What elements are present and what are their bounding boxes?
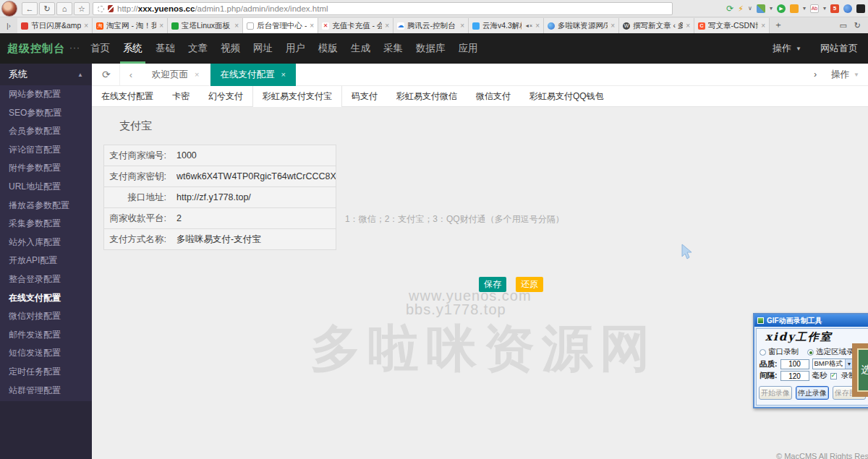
sidebar-item-comment-config[interactable]: 评论留言配置: [0, 141, 92, 160]
merchant-id-input[interactable]: [166, 150, 336, 160]
nav-item-generate[interactable]: 生成: [344, 33, 377, 64]
extension-counter-badge[interactable]: 5: [830, 4, 839, 13]
sidebar-item-site-params[interactable]: 网站参数配置: [0, 85, 92, 104]
nav-item-app[interactable]: 应用: [452, 33, 485, 64]
subtab-online-payment[interactable]: 在线支付配置: [92, 86, 163, 106]
site-home-link[interactable]: 网站首页: [820, 42, 858, 55]
nav-item-video[interactable]: 视频: [214, 33, 247, 64]
browser-tab-tencent-cloud[interactable]: ☁ 腾讯云-控制台 ×: [393, 18, 469, 33]
workspace-tab-online-payment[interactable]: 在线支付配置 ×: [210, 64, 296, 86]
nav-more-icon[interactable]: ···: [69, 33, 80, 64]
workspace-action-dropdown[interactable]: 操作▼: [831, 69, 859, 81]
sidebar-item-oauth-config[interactable]: 整合登录配置: [0, 270, 92, 289]
sidebar-item-wechat-config[interactable]: 微信对接配置: [0, 307, 92, 326]
nav-item-basic[interactable]: 基础: [149, 33, 182, 64]
browser-tab-wordpress[interactable]: W 撰写新文章 ‹ 多啦咪 ×: [619, 18, 694, 33]
tab-close-icon[interactable]: ×: [686, 22, 690, 30]
extension-translate-icon[interactable]: Ab: [810, 4, 819, 13]
sidebar-item-attachment-config[interactable]: 附件参数配置: [0, 159, 92, 178]
home-button[interactable]: ⌂: [56, 2, 72, 15]
sidebar-item-url-config[interactable]: URL地址配置: [0, 178, 92, 197]
sidebar-item-sitegroup-config[interactable]: 站群管理配置: [0, 382, 92, 400]
quality-input[interactable]: [780, 359, 809, 369]
payment-platform-input[interactable]: [166, 213, 336, 223]
sync-icon[interactable]: ⟳: [726, 2, 733, 15]
nav-item-user[interactable]: 用户: [279, 33, 312, 64]
tab-close-icon[interactable]: ×: [460, 22, 464, 30]
bookmark-button[interactable]: ☆: [74, 2, 90, 15]
chevron-left-icon[interactable]: ‹: [120, 69, 142, 80]
insecure-lock-icon[interactable]: [108, 5, 114, 12]
start-record-button[interactable]: 开始录像: [759, 386, 792, 400]
extension-dark-icon[interactable]: [856, 4, 865, 13]
browser-tab-yunhai[interactable]: 云海v4.3解析计费系 ◄× ×: [469, 18, 544, 33]
browser-tab-taobao[interactable]: 淘 淘宝网 - 淘！我喜欢 ×: [93, 18, 168, 33]
merchant-key-input[interactable]: [166, 171, 336, 181]
sidebar-item-external-store-config[interactable]: 站外入库配置: [0, 233, 92, 252]
tab-close-icon[interactable]: ×: [84, 22, 88, 30]
window-record-radio[interactable]: 窗口录制: [760, 347, 799, 357]
admin-brand[interactable]: 超级控制台: [7, 33, 65, 64]
nav-item-template[interactable]: 模版: [312, 33, 344, 64]
sidebar-item-online-payment-config[interactable]: 在线支付配置: [0, 289, 92, 308]
nav-item-article[interactable]: 文章: [182, 33, 214, 64]
reopen-tab-icon[interactable]: ↻: [854, 21, 861, 30]
workspace-tab-welcome[interactable]: 欢迎页面 ×: [142, 64, 210, 86]
sidebar-item-collect-config[interactable]: 采集参数配置: [0, 215, 92, 233]
sidebar-item-seo-params[interactable]: SEO参数配置: [0, 104, 92, 123]
chevron-right-icon[interactable]: ›: [814, 69, 817, 80]
extension-play-icon[interactable]: ▶: [777, 4, 786, 13]
subtab-card-key[interactable]: 卡密: [163, 86, 199, 106]
subtab-wechat-pay[interactable]: 微信支付: [467, 86, 520, 106]
chevron-down-icon[interactable]: ▾: [803, 2, 806, 15]
sidebar-group-system[interactable]: 系统 ▲: [0, 64, 92, 85]
nav-item-home[interactable]: 首页: [84, 33, 116, 64]
tab-close-icon[interactable]: ×: [761, 22, 765, 30]
chevron-down-icon[interactable]: ∨: [748, 2, 752, 15]
tab-close-icon[interactable]: ×: [610, 22, 615, 30]
flash-icon[interactable]: ⚡: [738, 2, 744, 15]
browser-tab-recharge[interactable]: ✕ 充值卡充值 - 会员中心 ×: [318, 18, 393, 33]
sidebar-item-email-config[interactable]: 邮件发送配置: [0, 326, 92, 345]
tab-close-icon[interactable]: ×: [385, 22, 389, 30]
nav-item-database[interactable]: 数据库: [409, 33, 452, 64]
panel-toggle-icon[interactable]: |›: [0, 22, 17, 33]
window-restore-icon[interactable]: ▭: [839, 21, 846, 30]
extension-puzzle-icon[interactable]: [757, 4, 765, 13]
subtab-rainbow-alipay[interactable]: 彩虹易支付支付宝: [252, 86, 342, 107]
sidebar-item-sms-config[interactable]: 短信发送配置: [0, 344, 92, 363]
sidebar-item-cron-config[interactable]: 定时任务配置: [0, 363, 92, 382]
subtab-rainbow-wechat[interactable]: 彩虹易支付微信: [387, 86, 467, 106]
browser-tab-duolami[interactable]: 多啦咪资源网/彩虹免_Y ×: [544, 18, 619, 33]
workspace-refresh-icon[interactable]: ⟳: [102, 69, 111, 80]
tab-close-icon[interactable]: ×: [234, 22, 239, 30]
payment-name-input[interactable]: [166, 234, 336, 244]
tab-close-icon[interactable]: ×: [281, 70, 286, 79]
format-select[interactable]: BMP格式 ▼: [812, 359, 854, 369]
api-url-input[interactable]: [166, 192, 336, 202]
tab-close-icon[interactable]: ×: [195, 70, 199, 79]
tab-close-icon[interactable]: ×: [159, 22, 163, 30]
browser-tab-admin-active[interactable]: 后台管理中心 - 安全 ×: [243, 18, 318, 33]
extension-book-icon[interactable]: [790, 4, 799, 13]
new-tab-button[interactable]: ＋: [770, 19, 787, 33]
sidebar-item-open-api-config[interactable]: 开放API配置: [0, 252, 92, 270]
tab-close-icon[interactable]: ×: [535, 22, 540, 30]
subtab-rainbow-qq-wallet[interactable]: 彩虹易支付QQ钱包: [520, 86, 613, 106]
nav-item-collect[interactable]: 采集: [377, 33, 409, 64]
tab-audio-muted-icon[interactable]: ◄×: [524, 23, 532, 28]
sidebar-item-player-config[interactable]: 播放器参数配置: [0, 197, 92, 215]
back-button[interactable]: ←: [22, 2, 38, 15]
chevron-down-icon[interactable]: ▾: [823, 2, 826, 15]
nav-item-website[interactable]: 网址: [247, 33, 279, 64]
subtab-code-pay[interactable]: 码支付: [342, 86, 387, 106]
browser-tab-festival[interactable]: 节日闪屏&amp;弹窗(5( ×: [17, 18, 93, 33]
stop-record-button[interactable]: 停止录像: [796, 386, 829, 400]
header-action-dropdown[interactable]: 操作▼: [773, 42, 801, 55]
interval-input[interactable]: [780, 371, 809, 381]
tab-close-icon[interactable]: ×: [310, 22, 314, 30]
extension-globe-icon[interactable]: [843, 4, 852, 13]
url-text[interactable]: http://xxx.yuenos.cc/admin1.php/admin/in…: [117, 4, 328, 13]
refresh-button[interactable]: ↻: [39, 2, 55, 15]
url-bar[interactable]: http://xxx.yuenos.cc/admin1.php/admin/in…: [93, 2, 673, 15]
